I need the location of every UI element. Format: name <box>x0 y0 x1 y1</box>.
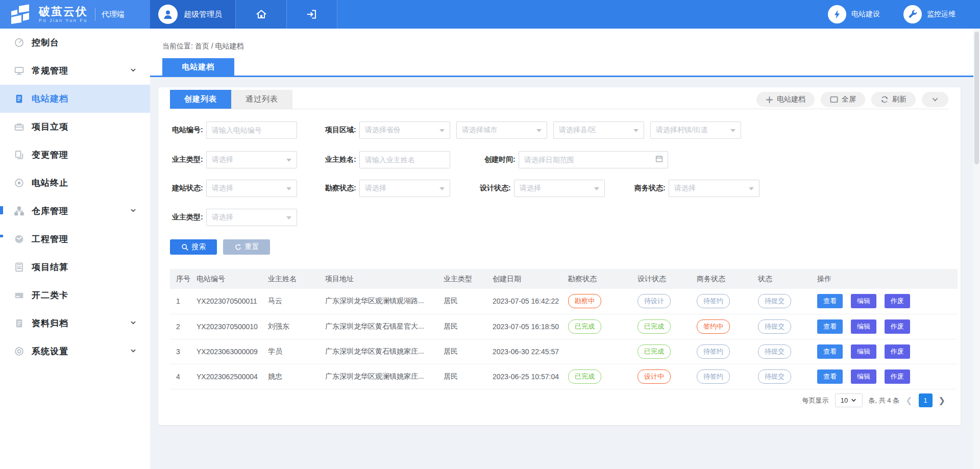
refresh-button[interactable]: 刷新 <box>871 92 916 107</box>
filter-row-2: 业主类型: 请选择 业主姓名: 创建时间: <box>158 151 961 168</box>
city-select[interactable]: 请选择城市 <box>456 121 547 139</box>
select-placeholder: 请选择村镇/街道 <box>656 126 708 135</box>
page-tab-station-archive[interactable]: 电站建档 <box>162 58 234 76</box>
town-select[interactable]: 请选择村镇/街道 <box>650 121 741 139</box>
collapse-toolbar-button[interactable] <box>922 92 948 107</box>
vertical-scrollbar[interactable] <box>973 29 980 469</box>
cell-created: 2023-07-05 16:42:22 <box>489 289 565 314</box>
business-status-select[interactable]: 请选择 <box>669 180 760 197</box>
button-label: 重置 <box>245 242 259 252</box>
sidebar-item-project-initiation[interactable]: 项目立项 <box>0 113 150 141</box>
sidebar-item-engineering[interactable]: 工程管理 <box>0 225 150 253</box>
sidebar: 控制台 常规管理 电站建档 <box>0 29 150 469</box>
sidebar-item-station-archive[interactable]: 电站建档 <box>0 85 150 113</box>
home-icon <box>255 8 267 20</box>
card-icon <box>13 290 24 301</box>
sidebar-scroll-marker[interactable] <box>0 206 3 214</box>
nav-station-construction[interactable]: 电站建设 <box>828 5 880 23</box>
nav-monitoring-ops[interactable]: 监控运维 <box>903 5 955 23</box>
cell-owner: 刘强东 <box>265 314 322 339</box>
sidebar-item-console[interactable]: 控制台 <box>0 29 150 57</box>
calendar-icon[interactable] <box>655 155 664 165</box>
date-range-input[interactable] <box>519 152 668 168</box>
edit-button[interactable]: 编辑 <box>851 294 876 308</box>
button-label: 搜索 <box>192 242 206 252</box>
filter-design-status: 设计状态: 请选择 <box>480 180 605 197</box>
document-icon <box>13 93 24 105</box>
cell-type: 居民 <box>440 289 489 314</box>
next-page-button[interactable]: ❯ <box>939 397 945 405</box>
status-badge: 已完成 <box>638 319 671 334</box>
select-placeholder: 请选择省份 <box>365 126 401 135</box>
cell-created: 2023-06-25 10:57:04 <box>489 364 565 389</box>
page-size-select[interactable]: 10 <box>835 393 863 407</box>
void-button[interactable]: 作废 <box>885 319 910 334</box>
status-badge: 待提交 <box>758 344 791 359</box>
gauge-icon <box>13 234 24 245</box>
reset-button[interactable]: 重置 <box>223 239 270 255</box>
select-placeholder: 请选择 <box>212 155 233 164</box>
sidebar-item-label: 仓库管理 <box>32 205 68 217</box>
scrollbar-thumb[interactable] <box>974 32 979 164</box>
void-button[interactable]: 作废 <box>885 369 910 384</box>
view-button[interactable]: 查看 <box>817 294 843 308</box>
owner-type-select[interactable]: 请选择 <box>206 151 297 168</box>
content-card: 创建列表 通过列表 电站建档 全屏 刷新 <box>158 87 961 425</box>
county-select[interactable]: 请选择县/区 <box>553 121 644 139</box>
edit-button[interactable]: 编辑 <box>851 344 876 359</box>
view-button[interactable]: 查看 <box>817 369 843 384</box>
copy-icon <box>13 150 24 161</box>
status-badge: 待提交 <box>758 369 791 384</box>
design-status-select[interactable]: 请选择 <box>514 180 605 197</box>
survey-status-select[interactable]: 请选择 <box>359 180 450 197</box>
sidebar-item-label: 电站建档 <box>32 93 68 105</box>
sidebar-item-project-settlement[interactable]: 项目结算 <box>0 253 150 281</box>
cell-created: 2023-06-30 22:45:57 <box>489 339 565 364</box>
create-station-button[interactable]: 电站建档 <box>756 92 815 107</box>
user-icon <box>162 8 174 20</box>
home-button[interactable] <box>235 0 286 29</box>
sidebar-item-label: 开二类卡 <box>32 289 68 301</box>
page-number-current[interactable]: 1 <box>919 393 933 407</box>
filter-label: 业主类型: <box>172 155 203 164</box>
search-button[interactable]: 搜索 <box>170 239 217 255</box>
sidebar-item-data-archive[interactable]: 资料归档 <box>0 309 150 337</box>
breadcrumb-home-link[interactable]: 首页 <box>195 42 209 50</box>
user-block[interactable]: 超级管理员 <box>150 0 235 29</box>
sidebar-scroll-marker[interactable] <box>0 235 3 237</box>
select-placeholder: 请选择 <box>674 184 696 193</box>
fullscreen-button[interactable]: 全屏 <box>821 92 865 107</box>
station-code-input[interactable] <box>207 122 297 138</box>
logout-button[interactable] <box>286 0 337 29</box>
build-status-select[interactable]: 请选择 <box>206 180 297 197</box>
edit-button[interactable]: 编辑 <box>851 369 876 384</box>
view-button[interactable]: 查看 <box>817 319 843 334</box>
owner-type-2-select[interactable]: 请选择 <box>206 209 297 226</box>
sidebar-item-system-settings[interactable]: 系统设置 <box>0 337 150 365</box>
sidebar-item-warehouse[interactable]: 仓库管理 <box>0 197 150 225</box>
sidebar-item-change-management[interactable]: 变更管理 <box>0 141 150 169</box>
cell-type: 居民 <box>440 364 489 389</box>
void-button[interactable]: 作废 <box>885 344 910 359</box>
nav-label: 电站建设 <box>851 10 880 19</box>
select-placeholder: 请选择城市 <box>462 126 498 135</box>
filter-label: 电站编号: <box>172 126 203 135</box>
card-toolbar: 电站建档 全屏 刷新 <box>756 92 948 107</box>
province-select[interactable]: 请选择省份 <box>359 121 450 139</box>
filter-build-status: 建站状态: 请选择 <box>172 180 297 197</box>
tab-passed-list[interactable]: 通过列表 <box>231 90 292 109</box>
cell-code: YX2023063000009 <box>193 339 265 364</box>
sidebar-item-label: 变更管理 <box>32 149 68 161</box>
tab-create-list[interactable]: 创建列表 <box>170 90 231 109</box>
chevron-down-icon <box>932 96 939 103</box>
owner-name-input[interactable] <box>360 152 450 168</box>
sidebar-item-type2-card[interactable]: 开二类卡 <box>0 281 150 309</box>
sidebar-item-general-management[interactable]: 常规管理 <box>0 57 150 85</box>
sidebar-item-station-termination[interactable]: 电站终止 <box>0 169 150 197</box>
view-button[interactable]: 查看 <box>817 344 843 359</box>
void-button[interactable]: 作废 <box>885 294 910 308</box>
prev-page-button[interactable]: ❮ <box>905 397 912 405</box>
edit-button[interactable]: 编辑 <box>851 319 876 334</box>
header-right-nav: 电站建设 监控运维 <box>828 0 980 29</box>
stations-table: 序号 电站编号 业主姓名 项目地址 业主类型 创建日期 勘察状态 设计状态 商务… <box>170 269 958 389</box>
